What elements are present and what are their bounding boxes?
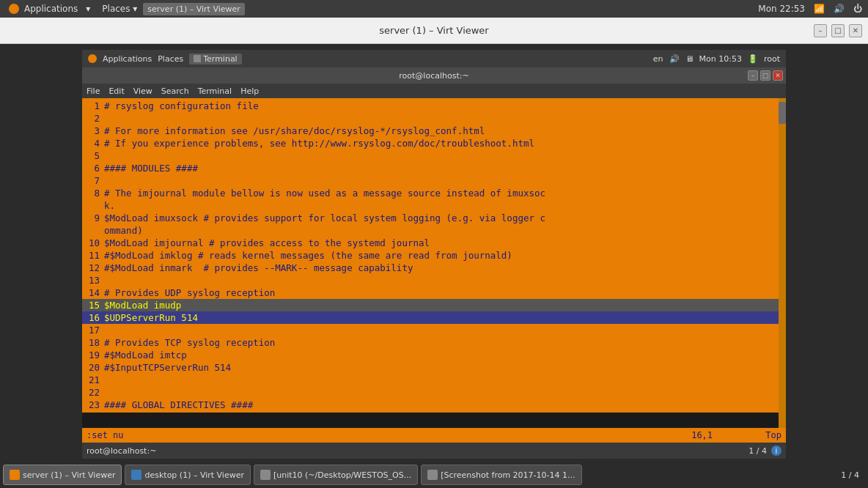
- taskbar-item-label: desktop (1) – Virt Viewer: [144, 470, 244, 480]
- vm-apps-icon: [88, 54, 97, 63]
- code-area[interactable]: 1# rsyslog configuration file23# For mor…: [82, 98, 786, 413]
- vm-network-icon: 🖥: [685, 54, 694, 64]
- maximize-button[interactable]: □: [831, 24, 845, 37]
- vm-container: Applications Places Terminal en 🔊 🖥 Mon …: [0, 44, 868, 459]
- taskbar-item[interactable]: server (1) – Virt Viewer: [3, 465, 122, 485]
- line-number: 22: [82, 386, 104, 399]
- system-bar: Applications ▾ Places ▾ server (1) – Vir…: [0, 0, 868, 18]
- vim-position: 16,1 Top: [691, 430, 781, 440]
- code-wrapper: 1# rsyslog configuration file23# For mor…: [82, 98, 786, 428]
- tmenu-view[interactable]: View: [133, 86, 152, 96]
- terminal-maximize[interactable]: □: [760, 70, 770, 81]
- line-content: $UDPServerRun 514: [104, 311, 786, 324]
- line-number: 6: [82, 162, 104, 174]
- vm-topbar-right: en 🔊 🖥 Mon 10:53 🔋 root: [653, 54, 780, 64]
- tmenu-help[interactable]: Help: [240, 86, 259, 96]
- code-line: 22: [82, 386, 786, 399]
- system-bar-right: Mon 22:53 📶 🔊 ⏻: [758, 4, 862, 14]
- taskbar-item-label: [unit10 (~/Desktop/WESTOS_OS...: [273, 470, 411, 480]
- line-content: # Provides UDP syslog reception: [104, 286, 786, 299]
- taskbar-item-icon: [131, 470, 141, 480]
- terminal-minimize[interactable]: –: [748, 70, 758, 81]
- code-line: 19#$ModLoad imtcp: [82, 349, 786, 361]
- code-line: 21: [82, 374, 786, 386]
- line-number: 17: [82, 324, 104, 336]
- scrollbar-thumb[interactable]: [779, 102, 786, 124]
- line-number: 14: [82, 286, 104, 299]
- terminal-icon: [194, 55, 201, 62]
- taskbar-page-indicator: 1 / 4: [841, 470, 865, 480]
- vm-lang: en: [653, 54, 663, 64]
- apps-label[interactable]: Applications: [21, 2, 81, 15]
- window-button[interactable]: server (1) – Virt Viewer: [143, 3, 244, 15]
- line-number: 21: [82, 374, 104, 386]
- tmenu-file[interactable]: File: [87, 86, 100, 96]
- taskbar-item-label: [Screenshot from 2017-10-14 1...: [441, 470, 575, 480]
- code-line: 15$ModLoad imudp: [82, 299, 786, 311]
- power-icon: ⏻: [853, 4, 862, 14]
- code-line: 12#$ModLoad inmark # provides --MARK-- m…: [82, 262, 786, 274]
- volume-icon: 🔊: [834, 4, 845, 14]
- window-titlebar: server (1) – Virt Viewer – □ ✕: [0, 18, 868, 44]
- terminal-titlebar: root@localhost:~ – □ ✕: [82, 67, 786, 84]
- apps-icon: [9, 4, 19, 14]
- line-number: 13: [82, 274, 104, 286]
- line-content: # For more information see /usr/share/do…: [104, 125, 786, 137]
- code-line: 5: [82, 149, 786, 162]
- vm-time: Mon 10:53: [699, 54, 742, 64]
- terminal-close[interactable]: ✕: [773, 70, 783, 81]
- vim-scroll: Top: [765, 430, 781, 440]
- vm-user: root: [764, 54, 780, 64]
- taskbar-item-label: server (1) – Virt Viewer: [23, 470, 115, 480]
- time-display: Mon 22:53: [758, 4, 805, 14]
- vm-apps-label[interactable]: Applications: [103, 54, 152, 64]
- line-number: 20: [82, 361, 104, 374]
- line-content: # rsyslog configuration file: [104, 100, 786, 112]
- code-line: 16$UDPServerRun 514: [82, 311, 786, 324]
- line-number: 16: [82, 311, 104, 324]
- terminal-menubar: File Edit View Search Terminal Help: [82, 84, 786, 98]
- minimize-button[interactable]: –: [814, 24, 827, 37]
- scrollbar-track[interactable]: [779, 98, 786, 428]
- tmenu-terminal[interactable]: Terminal: [198, 86, 232, 96]
- tmenu-search[interactable]: Search: [161, 86, 189, 96]
- line-number: 23: [82, 399, 104, 411]
- info-icon: i: [771, 446, 781, 456]
- terminal-tab-label[interactable]: root@localhost:~: [87, 446, 156, 456]
- terminal-window: root@localhost:~ – □ ✕ File Edit View Se…: [82, 67, 786, 459]
- code-line: 3# For more information see /usr/share/d…: [82, 125, 786, 137]
- tmenu-edit[interactable]: Edit: [108, 86, 124, 96]
- vm-terminal-button[interactable]: Terminal: [189, 53, 242, 64]
- line-content: #### MODULES ####: [104, 162, 786, 174]
- line-content: #### GLOBAL DIRECTIVES ####: [104, 399, 786, 411]
- terminal-title-text: root@localhost:~: [399, 71, 468, 81]
- taskbar-item-icon: [260, 470, 271, 480]
- applications-menu[interactable]: Applications ▾: [6, 1, 96, 17]
- code-line: 2: [82, 112, 786, 125]
- line-number: 9: [82, 212, 104, 224]
- code-line: 11#$ModLoad imklog # reads kernel messag…: [82, 249, 786, 262]
- taskbar-item[interactable]: [Screenshot from 2017-10-14 1...: [421, 465, 581, 485]
- line-number: 12: [82, 262, 104, 274]
- line-content: ommand): [104, 224, 786, 237]
- line-content: # Provides TCP syslog reception: [104, 336, 786, 349]
- places-menu[interactable]: Places ▾: [99, 2, 140, 15]
- code-line: 14# Provides UDP syslog reception: [82, 286, 786, 299]
- line-number: 1: [82, 100, 104, 112]
- taskbar-item[interactable]: desktop (1) – Virt Viewer: [125, 465, 251, 485]
- code-line: 10$ModLoad imjournal # provides access t…: [82, 237, 786, 249]
- taskbar-item[interactable]: [unit10 (~/Desktop/WESTOS_OS...: [254, 465, 418, 485]
- vm-places-label[interactable]: Places: [158, 54, 183, 64]
- code-line: 13: [82, 274, 786, 286]
- code-line: 23#### GLOBAL DIRECTIVES ####: [82, 399, 786, 411]
- terminal-page-indicator: 1 / 4: [749, 446, 767, 456]
- vm-topbar: Applications Places Terminal en 🔊 🖥 Mon …: [82, 50, 786, 67]
- line-number: 18: [82, 336, 104, 349]
- taskbar-item-icon: [10, 470, 20, 480]
- code-line: 6#### MODULES ####: [82, 162, 786, 174]
- line-content: #$InputTCPServerRun 514: [104, 361, 786, 374]
- line-content: k.: [104, 199, 786, 212]
- close-button[interactable]: ✕: [849, 24, 862, 37]
- vm-battery-icon: 🔋: [748, 54, 758, 64]
- vim-status-left: :set nu: [87, 430, 124, 440]
